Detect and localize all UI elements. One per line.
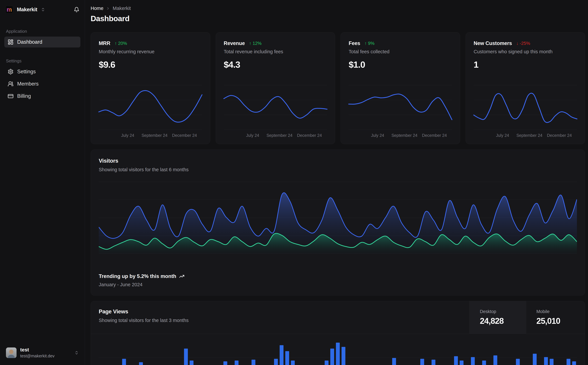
sidebar-nav-application: Dashboard [4,36,80,49]
card-title: MRR [99,40,110,46]
sidebar-item-label: Dashboard [17,39,42,45]
visitors-subtitle: Showing total visitors for the last 6 mo… [99,167,577,172]
x-axis-labels: July 24 September 24 December 24 [224,133,327,138]
stat-card-fees: Fees ↑ 9% Total fees collected $1.0 July… [340,32,460,144]
card-value: 1 [474,59,577,70]
visitors-footer: Trending up by 5.2% this month January -… [99,273,577,288]
chevrons-up-down-icon [41,7,45,12]
card-description: Monthly recurring revenue [99,49,202,54]
sidebar-item-billing[interactable]: Billing [4,91,80,102]
user-menu[interactable]: test test@makerkit.dev [4,346,80,359]
trend-badge: ↑ 12% [249,41,262,46]
users-icon [8,81,14,87]
sidebar-item-settings[interactable]: Settings [4,66,80,77]
card-value: $1.0 [349,59,452,70]
dashboard-icon [8,39,14,45]
revenue-sparkline-chart [224,85,327,130]
visitors-panel: Visitors Showing total visitors for the … [91,150,585,295]
card-title: Fees [349,40,360,46]
desktop-label: Desktop [480,309,516,314]
card-title: New Customers [474,40,512,46]
mobile-label: Mobile [536,309,574,314]
sidebar-section-application: Application [4,29,80,34]
trend-badge: ↑ 20% [115,41,127,46]
visitors-date-range: January - June 2024 [99,282,577,288]
fees-sparkline-chart [349,85,452,130]
card-value: $9.6 [99,59,202,70]
logo-letter: m [7,7,12,13]
desktop-value: 24,828 [480,316,516,326]
x-axis-labels: July 24 September 24 December 24 [474,133,577,138]
mrr-sparkline-chart [99,85,202,130]
page-views-panel: Page Views Showing total visitors for th… [91,301,585,365]
x-tick: July 24 [246,133,259,138]
new-customers-sparkline-chart [474,85,577,130]
team-switcher[interactable]: m Makerkit [5,6,45,14]
page-views-subtitle: Showing total visitors for the last 3 mo… [99,318,462,323]
sidebar-item-dashboard[interactable]: Dashboard [4,36,80,48]
breadcrumb: Home Makerkit [91,6,585,11]
sidebar-item-members[interactable]: Members [4,78,80,89]
stat-card-revenue: Revenue ↑ 12% Total revenue including fe… [216,32,335,144]
sidebar-section-settings: Settings [4,58,80,63]
user-meta: test test@makerkit.dev [20,347,55,358]
card-description: Customers who signed up this month [474,49,577,54]
app-name: Makerkit [17,7,37,13]
sidebar-item-label: Billing [17,93,31,99]
credit-card-icon [8,93,14,99]
user-name: test [20,347,55,353]
trend-badge: ↓ -25% [516,41,530,46]
bell-icon [74,7,79,12]
user-email: test@makerkit.dev [20,354,55,358]
x-axis-labels: July 24 September 24 December 24 [349,133,452,138]
visitors-trend-text: Trending up by 5.2% this month [99,273,176,279]
x-tick: September 24 [142,133,167,138]
trend-badge: ↑ 9% [365,41,374,46]
x-tick: September 24 [392,133,417,138]
x-tick: September 24 [516,133,542,138]
main-content: Home Makerkit Dashboard MRR ↑ 20% Monthl… [85,0,588,365]
x-axis-labels: July 24 September 24 December 24 [99,133,202,138]
avatar [6,347,17,358]
makerkit-logo: m [5,6,13,14]
card-description: Total revenue including fees [224,49,327,54]
x-tick: December 24 [422,133,447,138]
notifications-button[interactable] [74,7,79,12]
x-tick: December 24 [547,133,572,138]
desktop-toggle[interactable]: Desktop 24,828 [469,301,526,334]
visitors-area-chart [99,182,577,254]
breadcrumb-current[interactable]: Makerkit [113,6,131,11]
page-views-bar-chart [99,336,577,365]
stat-card-new-customers: New Customers ↓ -25% Customers who signe… [466,32,585,144]
x-tick: December 24 [172,133,197,138]
page-views-header: Page Views Showing total visitors for th… [91,301,585,334]
page-views-title: Page Views [99,309,462,315]
trending-up-icon [179,274,184,279]
x-tick: July 24 [121,133,134,138]
x-tick: December 24 [297,133,322,138]
visitors-title: Visitors [99,158,577,164]
chevron-right-icon [106,7,110,10]
stat-card-mrr: MRR ↑ 20% Monthly recurring revenue $9.6… [91,32,210,144]
x-tick: July 24 [496,133,509,138]
breadcrumb-home[interactable]: Home [91,6,103,11]
card-value: $4.3 [224,59,327,70]
stat-cards-row: MRR ↑ 20% Monthly recurring revenue $9.6… [91,32,585,144]
card-description: Total fees collected [349,49,452,54]
page-title: Dashboard [91,14,585,23]
sidebar-header: m Makerkit [4,5,80,14]
chevrons-up-down-icon [74,351,79,355]
dashboard-app: m Makerkit Application Dashboard Setting… [0,0,588,365]
sidebar-nav-settings: Settings Members Billing [4,66,80,103]
gear-icon [8,69,14,75]
sidebar-item-label: Settings [17,69,36,75]
mobile-value: 25,010 [536,316,574,326]
x-tick: July 24 [371,133,384,138]
sidebar: m Makerkit Application Dashboard Setting… [0,0,85,365]
x-tick: September 24 [266,133,292,138]
card-title: Revenue [224,40,245,46]
mobile-toggle[interactable]: Mobile 25,010 [526,301,585,334]
sidebar-item-label: Members [17,81,39,87]
